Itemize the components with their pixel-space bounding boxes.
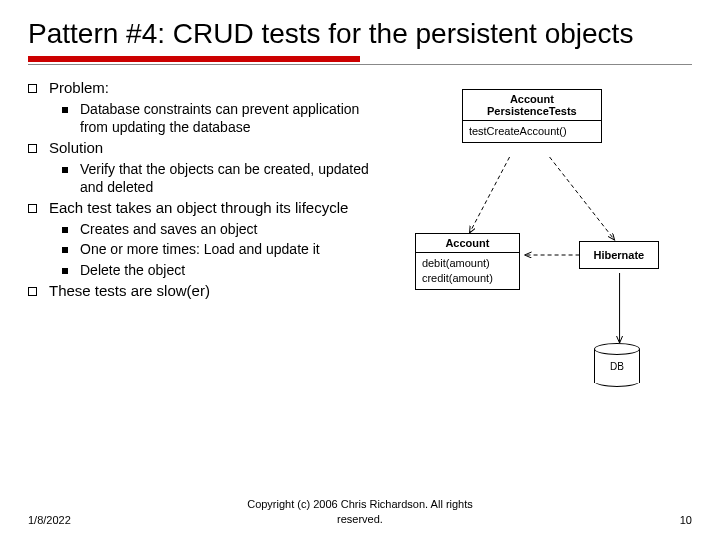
bullet-level2: One or more times: Load and update it — [80, 240, 320, 258]
diagram: Account PersistenceTests testCreateAccou… — [407, 79, 692, 415]
bullet-dot-icon — [62, 107, 68, 113]
bullet-square-icon — [28, 84, 37, 93]
uml-class-name: Account — [416, 234, 519, 252]
bullet-square-icon — [28, 204, 37, 213]
footer-copyright: Copyright (c) 2006 Chris Richardson. All… — [227, 497, 493, 526]
uml-class-persistence-tests: Account PersistenceTests testCreateAccou… — [462, 89, 602, 143]
uml-class-account: Account debit(amount) credit(amount) — [415, 233, 520, 290]
bullet-level2: Verify that the objects can be created, … — [80, 160, 391, 196]
bullet-level1: These tests are slow(er) — [49, 282, 210, 301]
title-rule-thin — [28, 64, 692, 65]
bullet-level1: Solution — [49, 139, 103, 158]
text-content: Problem: Database constraints can preven… — [28, 79, 391, 415]
uml-class-name: Hibernate — [580, 242, 658, 268]
page-title: Pattern #4: CRUD tests for the persisten… — [28, 18, 692, 50]
database-label: DB — [594, 361, 640, 372]
bullet-level1: Problem: — [49, 79, 109, 98]
footer-page-number: 10 — [493, 514, 692, 526]
bullet-level1: Each test takes an object through its li… — [49, 199, 348, 218]
uml-class-ops: testCreateAccount() — [463, 120, 601, 142]
bullet-level2: Database constraints can prevent applica… — [80, 100, 391, 136]
svg-line-1 — [549, 157, 614, 240]
bullet-level2: Delete the object — [80, 261, 185, 279]
bullet-square-icon — [28, 144, 37, 153]
bullet-dot-icon — [62, 227, 68, 233]
uml-class-ops: debit(amount) credit(amount) — [416, 252, 519, 289]
bullet-dot-icon — [62, 268, 68, 274]
bullet-level2: Creates and saves an object — [80, 220, 257, 238]
footer-date: 1/8/2022 — [28, 514, 227, 526]
uml-class-name: Account PersistenceTests — [463, 90, 601, 120]
bullet-dot-icon — [62, 247, 68, 253]
bullet-square-icon — [28, 287, 37, 296]
database-icon: DB — [594, 343, 640, 387]
svg-line-0 — [469, 157, 509, 233]
footer: 1/8/2022 Copyright (c) 2006 Chris Richar… — [0, 497, 720, 526]
uml-class-hibernate: Hibernate — [579, 241, 659, 269]
bullet-dot-icon — [62, 167, 68, 173]
title-rule-red — [28, 56, 360, 62]
